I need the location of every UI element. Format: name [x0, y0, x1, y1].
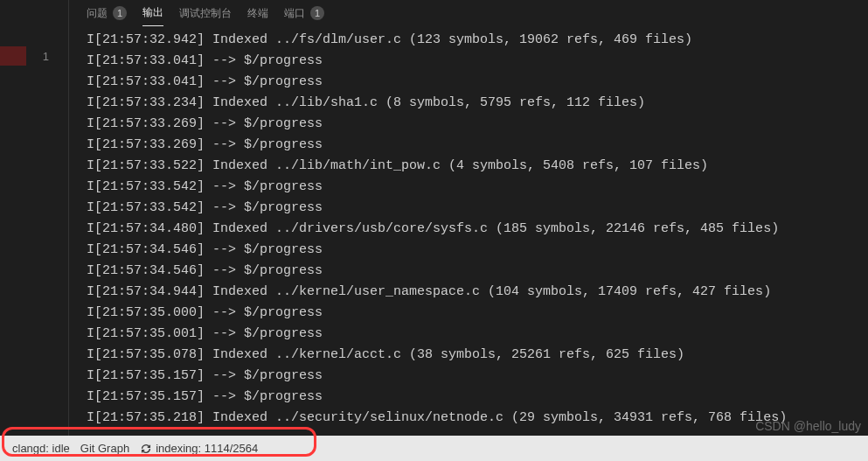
- output-line: I[21:57:35.078] Indexed ../kernel/acct.c…: [87, 345, 868, 366]
- status-git-graph-text: Git Graph: [80, 442, 129, 455]
- status-indexing[interactable]: indexing: 1114/2564: [135, 436, 263, 461]
- tab-terminal-label: 终端: [247, 6, 268, 21]
- bottom-panel: 问题 1 输出 调试控制台 终端 端口 1 I[21:57:32.942] In…: [68, 0, 868, 436]
- tab-problems-label: 问题: [87, 6, 108, 21]
- sync-icon: [140, 443, 152, 455]
- output-line: I[21:57:34.480] Indexed ../drivers/usb/c…: [87, 219, 868, 240]
- output-line: I[21:57:35.000] --> $/progress: [87, 303, 868, 324]
- watermark-text: CSDN @hello_ludy: [755, 419, 861, 433]
- tab-problems[interactable]: 问题 1: [87, 0, 127, 26]
- output-line: I[21:57:33.041] --> $/progress: [87, 51, 868, 72]
- status-indexing-text: indexing: 1114/2564: [156, 442, 258, 455]
- output-line: I[21:57:34.546] --> $/progress: [87, 261, 868, 282]
- status-bar: clangd: idle Git Graph indexing: 1114/25…: [0, 436, 868, 461]
- output-line: I[21:57:32.942] Indexed ../fs/dlm/user.c…: [87, 30, 868, 51]
- tab-ports[interactable]: 端口 1: [284, 0, 324, 26]
- tab-debug-label: 调试控制台: [179, 6, 232, 21]
- panel-tabs: 问题 1 输出 调试控制台 终端 端口 1: [69, 0, 868, 26]
- output-log[interactable]: I[21:57:32.942] Indexed ../fs/dlm/user.c…: [69, 26, 868, 429]
- output-line: I[21:57:33.542] --> $/progress: [87, 198, 868, 219]
- tab-output[interactable]: 输出: [142, 0, 163, 26]
- tab-ports-label: 端口: [284, 6, 305, 21]
- output-line: I[21:57:33.269] --> $/progress: [87, 114, 868, 135]
- output-line: I[21:57:34.944] Indexed ../kernel/user_n…: [87, 282, 868, 303]
- tab-debug-console[interactable]: 调试控制台: [179, 0, 232, 26]
- output-line: I[21:57:35.001] --> $/progress: [87, 324, 868, 345]
- output-line: I[21:57:35.218] Indexed ../security/seli…: [87, 408, 868, 429]
- output-line: I[21:57:35.157] --> $/progress: [87, 387, 868, 408]
- output-line: I[21:57:33.269] --> $/progress: [87, 135, 868, 156]
- output-line: I[21:57:33.234] Indexed ../lib/sha1.c (8…: [87, 93, 868, 114]
- status-git-graph[interactable]: Git Graph: [75, 436, 135, 461]
- tab-output-label: 输出: [142, 5, 163, 20]
- gutter-line-number: 1: [0, 46, 68, 66]
- output-line: I[21:57:33.542] --> $/progress: [87, 177, 868, 198]
- tab-terminal[interactable]: 终端: [247, 0, 268, 26]
- tab-problems-badge: 1: [113, 6, 127, 20]
- output-line: I[21:57:33.522] Indexed ../lib/math/int_…: [87, 156, 868, 177]
- output-line: I[21:57:35.157] --> $/progress: [87, 366, 868, 387]
- output-line: I[21:57:33.041] --> $/progress: [87, 72, 868, 93]
- status-clangd[interactable]: clangd: idle: [7, 436, 75, 461]
- status-clangd-text: clangd: idle: [12, 442, 70, 455]
- editor-gutter: 1: [0, 0, 68, 461]
- tab-ports-badge: 1: [310, 6, 324, 20]
- output-line: I[21:57:34.546] --> $/progress: [87, 240, 868, 261]
